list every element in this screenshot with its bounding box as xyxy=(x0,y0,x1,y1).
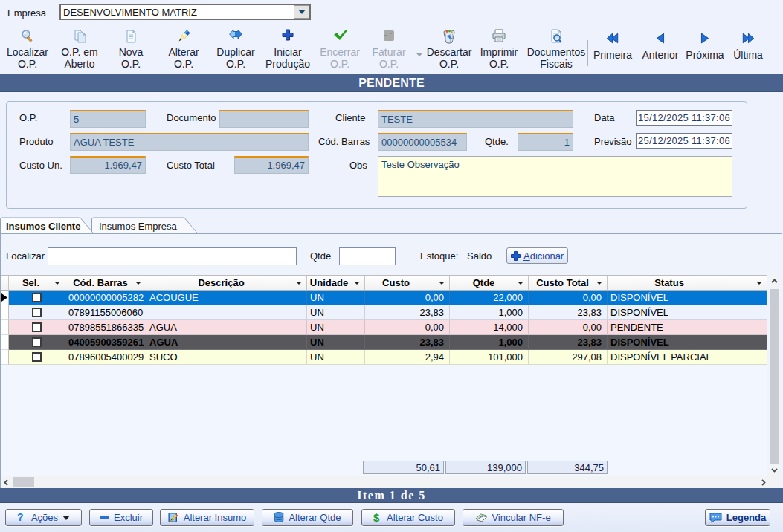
svg-text:$: $ xyxy=(373,512,380,524)
svg-text:?: ? xyxy=(17,512,24,523)
